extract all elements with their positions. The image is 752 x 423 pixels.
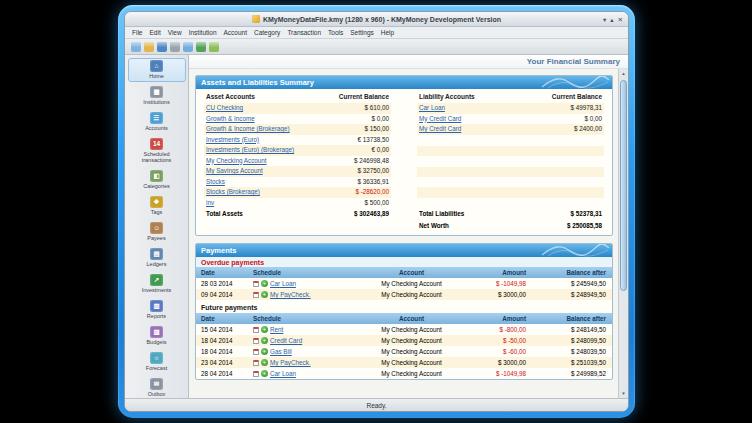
enter-schedule-icon[interactable]: + bbox=[261, 370, 268, 377]
sidebar-item[interactable]: ☰ Accounts bbox=[128, 110, 186, 134]
account-balance: $ 2400,00 bbox=[574, 124, 602, 135]
schedule-link[interactable]: Car Loan bbox=[270, 370, 296, 377]
menu-item[interactable]: View bbox=[165, 29, 185, 36]
sidebar-item[interactable]: 14 Scheduled transactions bbox=[128, 136, 186, 166]
menu-item[interactable]: Transaction bbox=[284, 29, 324, 36]
home-view-icon[interactable] bbox=[183, 42, 193, 52]
ledgers-view-icon[interactable] bbox=[196, 42, 206, 52]
payment-account: My Checking Account bbox=[369, 359, 454, 366]
account-link[interactable]: Investments (Euro) bbox=[206, 135, 259, 146]
balance-after-column-header: Balance after bbox=[526, 315, 606, 322]
sidebar-item[interactable]: ▤ Ledgers bbox=[128, 246, 186, 270]
schedule-link[interactable]: My PayCheck. bbox=[270, 359, 311, 366]
scroll-up-button[interactable]: ▲ bbox=[619, 69, 628, 78]
menu-item[interactable]: Category bbox=[251, 29, 283, 36]
sidebar-item[interactable]: ↗ Investments bbox=[128, 272, 186, 296]
enter-schedule-icon[interactable]: + bbox=[261, 280, 268, 287]
new-file-icon[interactable] bbox=[131, 42, 141, 52]
account-link[interactable]: Growth & Income (Brokerage) bbox=[206, 124, 290, 135]
empty-rows-stripes bbox=[417, 135, 604, 209]
asset-row: Investments (Euro) (Brokerage) € 0,00 bbox=[204, 145, 391, 156]
assets-liabilities-body: Asset Accounts Current Balance CU Checki… bbox=[196, 89, 612, 235]
icon-glyph: ✉ bbox=[154, 378, 159, 390]
account-link[interactable]: My Credit Card bbox=[419, 124, 461, 135]
sidebar-item[interactable]: ▧ Budgets bbox=[128, 324, 186, 348]
sidebar-item[interactable]: ✉ Outbox bbox=[128, 376, 186, 398]
forecast-icon: ☼ bbox=[150, 352, 163, 364]
print-icon[interactable] bbox=[170, 42, 180, 52]
scrollbar-thumb[interactable] bbox=[620, 80, 627, 291]
amount-column-header: Amount bbox=[454, 315, 526, 322]
sidebar-item[interactable]: ▥ Reports bbox=[128, 298, 186, 322]
icon-glyph: ☰ bbox=[154, 112, 160, 124]
menu-item[interactable]: File bbox=[129, 29, 145, 36]
menu-item[interactable]: Institution bbox=[186, 29, 220, 36]
maximize-button[interactable]: ▴ bbox=[610, 15, 613, 24]
sidebar-item[interactable]: ▦ Institutions bbox=[128, 84, 186, 108]
sidebar-item[interactable]: ⌂ Home bbox=[128, 58, 186, 82]
net-worth-value: $ 250085,58 bbox=[567, 221, 602, 232]
schedule-link[interactable]: Credit Card bbox=[270, 337, 302, 344]
payment-date: 15 04 2014 bbox=[201, 326, 253, 333]
payment-schedule-cell: + Car Loan bbox=[253, 280, 369, 287]
institutions-icon: ▦ bbox=[150, 86, 163, 98]
account-link[interactable]: My Credit Card bbox=[419, 114, 461, 125]
account-link[interactable]: Investments (Euro) (Brokerage) bbox=[206, 145, 294, 156]
scroll-down-button[interactable]: ▼ bbox=[619, 389, 628, 398]
payment-date: 09 04 2014 bbox=[201, 291, 253, 298]
payees-icon: ☺ bbox=[150, 222, 163, 234]
sidebar-item[interactable]: ☺ Payees bbox=[128, 220, 186, 244]
open-file-icon[interactable] bbox=[144, 42, 154, 52]
scrollbar-track[interactable] bbox=[619, 78, 628, 389]
icon-glyph: ☼ bbox=[154, 352, 160, 364]
icon-glyph: ⌂ bbox=[155, 60, 159, 72]
payment-balance-after: $ 248149,50 bbox=[526, 326, 606, 333]
enter-schedule-icon[interactable]: + bbox=[261, 337, 268, 344]
payment-balance-after: $ 248949,50 bbox=[526, 291, 606, 298]
account-link[interactable]: CU Checking bbox=[206, 103, 243, 114]
menu-item[interactable]: Tools bbox=[325, 29, 346, 36]
payment-schedule-cell: + Rent bbox=[253, 326, 369, 333]
sidebar-item[interactable]: ☼ Forecast bbox=[128, 350, 186, 374]
payment-date: 28 03 2014 bbox=[201, 280, 253, 287]
view-sidebar: ⌂ Home ▦ Institutions ☰ Accounts bbox=[125, 55, 189, 398]
payment-row: 23 04 2014 + My PayCheck. My Checking Ac… bbox=[196, 357, 612, 368]
menu-item[interactable]: Settings bbox=[347, 29, 377, 36]
account-link[interactable]: Car Loan bbox=[419, 103, 445, 114]
account-link[interactable]: Growth & Income bbox=[206, 114, 255, 125]
enter-schedule-icon[interactable]: + bbox=[261, 348, 268, 355]
enter-schedule-icon[interactable]: + bbox=[261, 326, 268, 333]
account-link[interactable]: My Checking Account bbox=[206, 156, 267, 167]
enter-schedule-icon[interactable]: + bbox=[261, 359, 268, 366]
payment-schedule-cell: + Car Loan bbox=[253, 370, 369, 377]
account-link[interactable]: Stocks (Brokerage) bbox=[206, 187, 260, 198]
asset-row: Stocks $ 36336,91 bbox=[204, 177, 391, 188]
find-transaction-icon[interactable] bbox=[209, 42, 219, 52]
menu-item[interactable]: Help bbox=[378, 29, 397, 36]
schedule-link[interactable]: Gas Bill bbox=[270, 348, 292, 355]
account-link[interactable]: inv bbox=[206, 198, 214, 209]
payment-row: 09 04 2014 + My PayCheck. My Checking Ac… bbox=[196, 289, 612, 300]
account-link[interactable]: Stocks bbox=[206, 177, 225, 188]
minimize-button[interactable]: ▾ bbox=[603, 15, 606, 24]
liability-row: Car Loan $ 49978,31 bbox=[417, 103, 604, 114]
sidebar-item[interactable]: ❖ Tags bbox=[128, 194, 186, 218]
sidebar-item-label: Forecast bbox=[146, 365, 167, 371]
payment-amount: $ -60,00 bbox=[454, 348, 526, 355]
sidebar-item[interactable]: ◧ Categories bbox=[128, 168, 186, 192]
menu-item[interactable]: Account bbox=[221, 29, 251, 36]
vertical-scrollbar[interactable]: ▲ ▼ bbox=[618, 69, 628, 398]
schedule-link[interactable]: My PayCheck. bbox=[270, 291, 311, 298]
schedule-link[interactable]: Rent bbox=[270, 326, 283, 333]
account-link[interactable]: My Savings Account bbox=[206, 166, 263, 177]
close-button[interactable]: ✕ bbox=[618, 15, 623, 24]
asset-accounts-table: Asset Accounts Current Balance CU Checki… bbox=[204, 91, 391, 231]
titlebar[interactable]: KMyMoneyDataFile.kmy (1280 x 960) - KMyM… bbox=[125, 12, 628, 27]
window-title: KMyMoneyDataFile.kmy (1280 x 960) - KMyM… bbox=[263, 16, 501, 23]
schedule-link[interactable]: Car Loan bbox=[270, 280, 296, 287]
menu-item[interactable]: Edit bbox=[146, 29, 163, 36]
enter-schedule-icon[interactable]: + bbox=[261, 291, 268, 298]
asset-table-header: Asset Accounts Current Balance bbox=[204, 91, 391, 103]
asset-row: My Checking Account $ 246998,48 bbox=[204, 156, 391, 167]
save-icon[interactable] bbox=[157, 42, 167, 52]
